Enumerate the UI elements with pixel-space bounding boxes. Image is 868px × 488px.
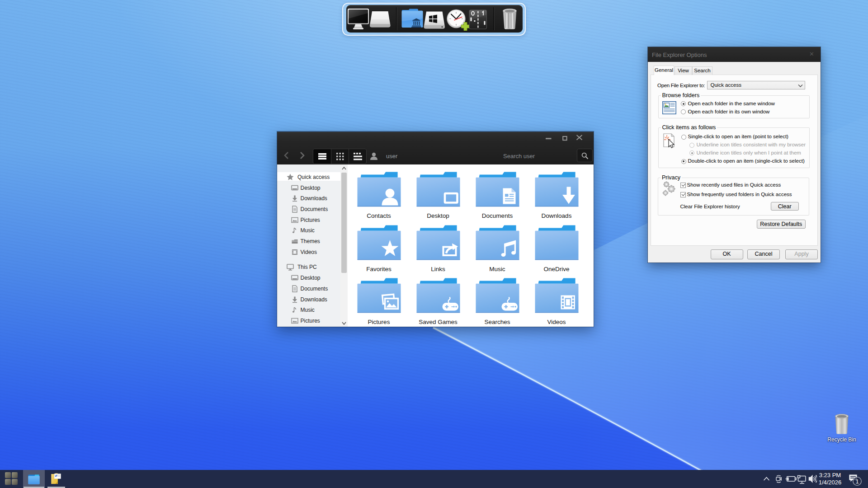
svg-text:1: 1	[855, 478, 859, 485]
